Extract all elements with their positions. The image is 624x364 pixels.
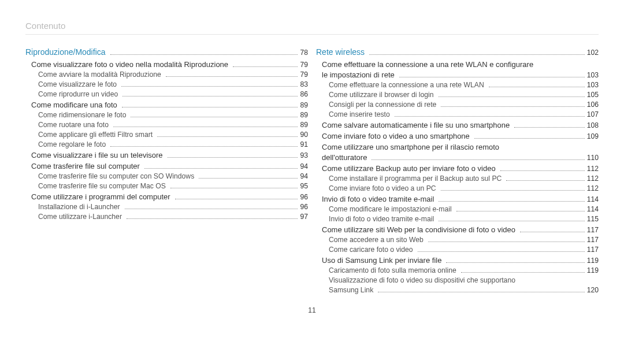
toc-page: 112 bbox=[587, 184, 599, 192]
leader bbox=[456, 211, 585, 211]
leader bbox=[439, 221, 584, 221]
leader bbox=[428, 242, 585, 242]
leader bbox=[122, 107, 298, 107]
leader bbox=[418, 251, 585, 252]
toc-page: 89 bbox=[300, 111, 308, 119]
toc-title: Visualizzazione di foto o video su dispo… bbox=[329, 276, 518, 284]
toc-title: Come applicare gli effetti Filtro smart bbox=[38, 131, 155, 139]
toc-page: 89 bbox=[300, 121, 308, 129]
leader bbox=[520, 232, 585, 232]
toc-title: le impostazioni di rete bbox=[322, 70, 397, 79]
toc-page: 83 bbox=[300, 80, 308, 88]
leader bbox=[439, 201, 584, 202]
leader bbox=[399, 77, 585, 77]
toc-title: Come utilizzare siti Web per la condivis… bbox=[322, 225, 518, 234]
toc-row: Uso di Samsung Link per inviare ﬁle119 bbox=[316, 256, 599, 265]
leader bbox=[500, 170, 585, 171]
toc-page: 112 bbox=[587, 165, 599, 173]
toc-row: Come applicare gli effetti Filtro smart9… bbox=[25, 131, 308, 139]
toc-title: Come visualizzare le foto bbox=[38, 80, 119, 88]
toc-page: 120 bbox=[587, 286, 599, 294]
toc-page: 114 bbox=[587, 195, 599, 203]
leader bbox=[441, 190, 585, 191]
toc-row: Come caricare foto o video117 bbox=[316, 246, 599, 254]
leader bbox=[441, 106, 584, 107]
toc-page: 79 bbox=[300, 61, 308, 69]
toc-page: 119 bbox=[587, 257, 599, 265]
leader bbox=[514, 127, 584, 128]
toc-row: Come effettuare la connessione a una ret… bbox=[316, 60, 599, 69]
toc-row: le impostazioni di rete103 bbox=[316, 70, 599, 79]
toc-row: Come trasferire ﬁle sul computer94 bbox=[25, 162, 308, 170]
toc-row: Invio di foto o video tramite e-mail115 bbox=[316, 215, 599, 223]
toc-title: Come trasferire ﬁle su computer con SO W… bbox=[38, 172, 196, 180]
toc-row: Come inviare foto o video a uno smartpho… bbox=[316, 132, 599, 140]
toc-page: 117 bbox=[587, 236, 599, 244]
leader bbox=[166, 76, 298, 77]
toc-page: 93 bbox=[300, 151, 308, 159]
toc-row: Come utilizzare uno smartphone per il ri… bbox=[316, 143, 599, 151]
toc-page: 105 bbox=[587, 91, 599, 99]
toc-page: 115 bbox=[587, 215, 599, 223]
toc-page: 106 bbox=[587, 101, 599, 109]
toc-title: Come accedere a un sito Web bbox=[329, 236, 426, 244]
toc-title: Come regolare le foto bbox=[38, 140, 108, 148]
toc-row: Come utilizzare Backup auto per inviare … bbox=[316, 164, 599, 173]
chapter-row: Riproduzione/Modiﬁca 78 bbox=[25, 47, 308, 57]
leader bbox=[144, 168, 298, 169]
toc-row: Come inserire testo107 bbox=[316, 110, 599, 118]
leader bbox=[157, 136, 298, 137]
toc-title: Come inserire testo bbox=[329, 110, 392, 118]
leader bbox=[122, 96, 298, 96]
toc-row: Come installare il programma per il Back… bbox=[316, 174, 599, 183]
toc-row: Come visualizzare le foto83 bbox=[25, 80, 308, 88]
toc-title: Come inviare foto o video a un PC bbox=[329, 184, 439, 192]
toc-page: 107 bbox=[587, 110, 599, 118]
toc-page: 89 bbox=[300, 101, 308, 109]
toc-page: 95 bbox=[300, 182, 308, 190]
toc-title: Come ruotare una foto bbox=[38, 121, 111, 129]
toc-row: Come modiﬁcare una foto89 bbox=[25, 101, 308, 109]
toc-row: Come visualizzare i ﬁle su un televisore… bbox=[25, 151, 308, 159]
leader bbox=[233, 66, 298, 67]
toc-title: dell'otturatore bbox=[322, 153, 369, 162]
leader bbox=[121, 86, 298, 87]
toc-row: Come utilizzare il browser di login105 bbox=[316, 91, 599, 99]
toc-title: Samsung Link bbox=[329, 286, 376, 294]
leader bbox=[489, 87, 585, 87]
toc-row: Come modiﬁcare le impostazioni e-mail114 bbox=[316, 205, 599, 213]
toc-title: Come trasferire ﬁle su computer Mac OS bbox=[38, 182, 168, 190]
toc-title: Invio di foto o video tramite e-mail bbox=[322, 195, 436, 203]
page-number: 11 bbox=[25, 306, 599, 314]
toc-page: 117 bbox=[587, 246, 599, 254]
toc-title: Come utilizzare i programmi del computer bbox=[31, 192, 173, 201]
toc-title: Come riprodurre un video bbox=[38, 90, 120, 98]
leader bbox=[127, 218, 298, 219]
leader bbox=[369, 54, 585, 55]
toc-page: 79 bbox=[300, 70, 308, 79]
toc-title: Uso di Samsung Link per inviare ﬁle bbox=[322, 256, 444, 265]
toc-page: 103 bbox=[587, 71, 599, 79]
toc-page: 109 bbox=[587, 132, 599, 140]
toc-page: 112 bbox=[587, 174, 599, 183]
toc-row: Installazione di i-Launcher96 bbox=[25, 203, 308, 211]
toc-title: Come salvare automaticamente i ﬁle su un… bbox=[322, 121, 512, 129]
toc-row: Come regolare le foto91 bbox=[25, 140, 308, 148]
toc-page: 114 bbox=[587, 205, 599, 213]
toc-row: Caricamento di foto sulla memoria online… bbox=[316, 266, 599, 274]
leader bbox=[168, 157, 298, 158]
toc-row: Come riprodurre un video86 bbox=[25, 90, 308, 98]
leader bbox=[110, 146, 298, 147]
leader bbox=[378, 292, 584, 292]
toc-title: Caricamento di foto sulla memoria online bbox=[329, 266, 459, 274]
toc-row: Come salvare automaticamente i ﬁle su un… bbox=[316, 121, 599, 129]
chapter-title: Riproduzione/Modiﬁca bbox=[25, 47, 108, 57]
toc-title: Come visualizzare foto o video nella mod… bbox=[31, 60, 231, 69]
toc-page: 108 bbox=[587, 121, 599, 129]
toc-page: 110 bbox=[587, 154, 599, 162]
toc-title: Come trasferire ﬁle sul computer bbox=[31, 162, 142, 170]
leader bbox=[113, 127, 298, 127]
toc-row: Invio di foto o video tramite e-mail114 bbox=[316, 195, 599, 203]
chapter-title: Rete wireless bbox=[316, 47, 367, 57]
toc-page: 96 bbox=[300, 203, 308, 211]
